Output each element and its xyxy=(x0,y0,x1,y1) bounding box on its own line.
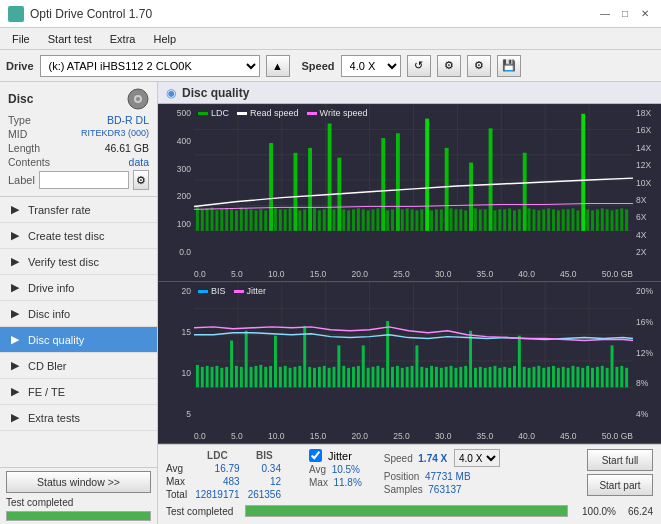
refresh-button[interactable]: ↺ xyxy=(407,55,431,77)
start-full-button[interactable]: Start full xyxy=(587,449,653,471)
svg-rect-150 xyxy=(337,345,340,387)
svg-rect-167 xyxy=(420,367,423,387)
settings-button2[interactable]: ⚙ xyxy=(467,55,491,77)
svg-rect-134 xyxy=(259,365,262,387)
svg-rect-33 xyxy=(269,143,273,231)
start-buttons: Start full Start part xyxy=(587,449,653,496)
bis-header: BIS xyxy=(248,449,289,462)
svg-rect-60 xyxy=(401,209,404,230)
sidebar-item-disc-quality[interactable]: ▶ Disc quality xyxy=(0,327,157,353)
svg-rect-178 xyxy=(474,368,477,388)
label-input[interactable] xyxy=(39,171,129,189)
settings-button1[interactable]: ⚙ xyxy=(437,55,461,77)
menu-start-test[interactable]: Start test xyxy=(40,31,100,47)
svg-rect-124 xyxy=(211,367,214,387)
status-window-button[interactable]: Status window >> xyxy=(6,471,151,493)
svg-rect-173 xyxy=(450,366,453,387)
save-button[interactable]: 💾 xyxy=(497,55,521,77)
svg-rect-48 xyxy=(342,209,345,230)
svg-rect-162 xyxy=(396,366,399,387)
svg-rect-21 xyxy=(211,207,214,230)
minimize-button[interactable]: — xyxy=(597,6,613,22)
status-text: Test completed xyxy=(6,497,151,508)
svg-rect-88 xyxy=(537,210,540,230)
sidebar-item-fe-te[interactable]: ▶ FE / TE xyxy=(0,379,157,405)
label-browse-button[interactable]: ⚙ xyxy=(133,170,149,190)
maximize-button[interactable]: □ xyxy=(617,6,633,22)
disc-info-section: Disc Type BD-R DL MID RITEKDR3 (000) Len… xyxy=(0,82,157,197)
svg-rect-158 xyxy=(376,366,379,387)
svg-rect-183 xyxy=(498,368,501,388)
svg-rect-180 xyxy=(484,368,487,388)
sidebar-item-drive-info[interactable]: ▶ Drive info xyxy=(0,275,157,301)
svg-rect-87 xyxy=(533,209,536,230)
menu-help[interactable]: Help xyxy=(145,31,184,47)
svg-rect-54 xyxy=(372,209,375,230)
svg-rect-82 xyxy=(508,208,511,230)
avg-bis: 0.34 xyxy=(248,462,289,475)
svg-rect-130 xyxy=(240,367,243,387)
svg-rect-122 xyxy=(201,367,204,387)
svg-rect-36 xyxy=(284,209,287,230)
start-part-button[interactable]: Start part xyxy=(587,474,653,496)
samples-row: Samples 763137 xyxy=(384,484,500,495)
svg-rect-201 xyxy=(586,366,589,387)
max-label: Max xyxy=(166,475,195,488)
progress-label: Test completed xyxy=(166,506,233,517)
label-field-label: Label xyxy=(8,174,35,186)
time-value: 66.24 xyxy=(628,506,653,517)
sidebar-item-extra-tests[interactable]: ▶ Extra tests xyxy=(0,405,157,431)
sidebar-item-label: Transfer rate xyxy=(28,204,91,216)
speed-dropdown[interactable]: 4.0 X xyxy=(454,449,500,467)
jitter-max-row: Max 11.8% xyxy=(309,477,362,488)
sidebar-item-cd-bler[interactable]: ▶ CD Bler xyxy=(0,353,157,379)
svg-rect-39 xyxy=(298,210,301,230)
svg-rect-20 xyxy=(206,208,209,230)
svg-rect-56 xyxy=(381,138,385,231)
close-button[interactable]: ✕ xyxy=(637,6,653,22)
svg-rect-80 xyxy=(498,209,501,230)
max-bis: 12 xyxy=(248,475,289,488)
sidebar-item-transfer-rate[interactable]: ▶ Transfer rate xyxy=(0,197,157,223)
sidebar-item-label: FE / TE xyxy=(28,386,65,398)
drive-select[interactable]: (k:) ATAPI iHBS112 2 CLO0K xyxy=(40,55,260,77)
sidebar-item-disc-info[interactable]: ▶ Disc info xyxy=(0,301,157,327)
svg-rect-63 xyxy=(415,210,418,230)
stats-panel: LDC BIS Avg 16.79 0.34 Max 483 12 xyxy=(158,444,661,524)
svg-rect-70 xyxy=(450,208,453,230)
menu-file[interactable]: File xyxy=(4,31,38,47)
svg-rect-198 xyxy=(572,366,575,387)
nav-list: ▶ Transfer rate ▶ Create test disc ▶ Ver… xyxy=(0,197,157,467)
svg-rect-64 xyxy=(420,209,423,230)
svg-rect-171 xyxy=(440,368,443,388)
position-row: Position 47731 MB xyxy=(384,471,500,482)
titlebar-controls[interactable]: — □ ✕ xyxy=(597,6,653,22)
svg-rect-137 xyxy=(274,336,277,388)
jitter-checkbox[interactable] xyxy=(309,449,322,462)
svg-rect-103 xyxy=(611,210,614,230)
svg-rect-138 xyxy=(279,367,282,387)
menu-extra[interactable]: Extra xyxy=(102,31,144,47)
sidebar-item-create-test-disc[interactable]: ▶ Create test disc xyxy=(0,223,157,249)
svg-rect-170 xyxy=(435,367,438,387)
svg-rect-147 xyxy=(323,366,326,387)
svg-rect-142 xyxy=(298,366,301,387)
eject-button[interactable]: ▲ xyxy=(266,55,290,77)
svg-rect-106 xyxy=(625,209,628,230)
type-row: Type BD-R DL xyxy=(8,114,149,126)
avg-label: Avg xyxy=(166,462,195,475)
svg-rect-141 xyxy=(294,367,297,387)
svg-rect-208 xyxy=(620,366,623,387)
sidebar-item-verify-test-disc[interactable]: ▶ Verify test disc xyxy=(0,249,157,275)
speed-select[interactable]: 4.0 X xyxy=(341,55,401,77)
svg-rect-29 xyxy=(250,209,253,230)
max-ldc: 483 xyxy=(195,475,248,488)
svg-rect-99 xyxy=(591,210,594,230)
svg-rect-28 xyxy=(245,208,248,230)
svg-rect-146 xyxy=(318,367,321,387)
svg-rect-95 xyxy=(572,208,575,230)
svg-rect-144 xyxy=(308,367,311,387)
total-label: Total xyxy=(166,488,195,501)
top-chart-y-left: 500 400 300 200 100 0.0 xyxy=(158,104,194,261)
label-row: Label ⚙ xyxy=(8,170,149,190)
